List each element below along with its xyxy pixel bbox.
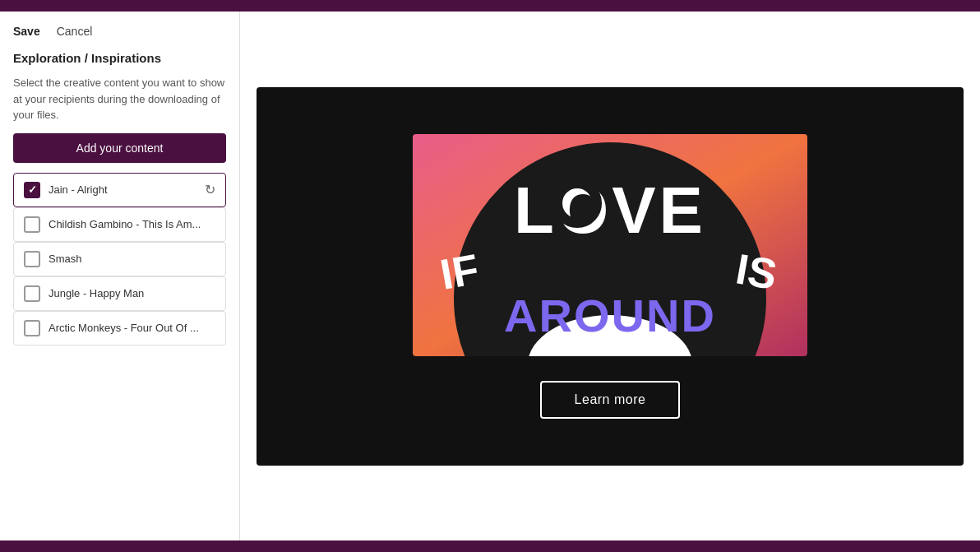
- item-label: Arctic Monkeys - Four Out Of ...: [49, 322, 215, 334]
- save-button[interactable]: Save: [13, 25, 40, 38]
- item-label: Jungle - Happy Man: [49, 287, 215, 299]
- item-label: Childish Gambino - This Is Am...: [49, 218, 215, 230]
- section-desc: Select the creative content you want to …: [13, 75, 226, 123]
- svg-text:IS: IS: [733, 244, 780, 299]
- checkbox[interactable]: [24, 320, 40, 336]
- content-item[interactable]: Arctic Monkeys - Four Out Of ...: [13, 311, 226, 346]
- svg-text:LOVE: LOVE: [514, 174, 706, 247]
- svg-text:AROUND: AROUND: [504, 290, 716, 341]
- album-art: LOVE IF IS AROUND: [413, 134, 807, 356]
- preview-container: LOVE IF IS AROUND Learn more: [257, 87, 964, 466]
- content-item[interactable]: Jungle - Happy Man: [13, 276, 226, 311]
- checkbox[interactable]: [24, 182, 40, 198]
- left-panel: Save Cancel Exploration / Inspirations S…: [0, 12, 240, 540]
- content-items-list: Jain - Alright↻Childish Gambino - This I…: [13, 173, 226, 346]
- section-title: Exploration / Inspirations: [13, 51, 226, 65]
- action-row: Save Cancel: [13, 25, 226, 38]
- right-panel: LOVE IF IS AROUND Learn more: [240, 12, 980, 540]
- content-item[interactable]: Childish Gambino - This Is Am...: [13, 207, 226, 242]
- item-label: Smash: [49, 253, 215, 265]
- top-bar: [0, 0, 980, 12]
- checkbox[interactable]: [24, 251, 40, 267]
- checkbox[interactable]: [24, 285, 40, 302]
- bottom-bar: [0, 540, 980, 552]
- main-content: Save Cancel Exploration / Inspirations S…: [0, 12, 980, 540]
- add-content-button[interactable]: Add your content: [13, 133, 226, 163]
- content-item[interactable]: Jain - Alright↻: [13, 173, 226, 207]
- content-item[interactable]: Smash: [13, 242, 226, 276]
- item-label: Jain - Alright: [49, 183, 196, 196]
- learn-more-button[interactable]: Learn more: [540, 381, 681, 419]
- cancel-button[interactable]: Cancel: [57, 25, 93, 38]
- refresh-icon[interactable]: ↻: [205, 182, 215, 197]
- checkbox[interactable]: [24, 216, 40, 233]
